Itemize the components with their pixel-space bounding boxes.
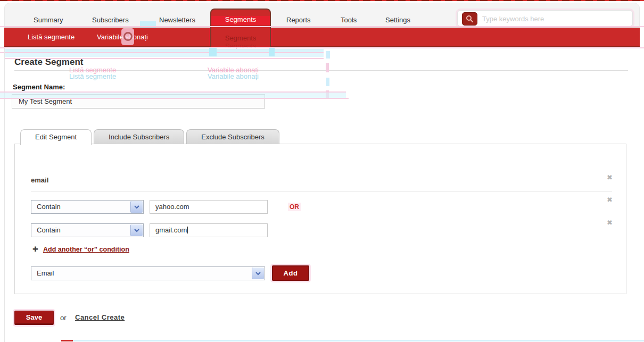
artifact-top-stripe	[0, 0, 644, 1]
condition-field-label: email	[31, 176, 48, 184]
artifact-pink-line	[0, 91, 346, 93]
subnav-item-lista-segmente[interactable]: Listă segmente	[28, 33, 75, 41]
ghost-text-subnav-2b: Variabile abonați	[208, 72, 259, 80]
operator-select-1[interactable]: Contain	[31, 200, 144, 214]
operator-select-1-value: Contain	[37, 201, 61, 213]
chevron-down-icon	[130, 201, 143, 213]
app-window: Summary Subscribers Newsletters Reports …	[0, 0, 644, 342]
artifact-cyan-dash	[326, 78, 329, 86]
divider	[14, 70, 628, 71]
ghost-text-subnav-1b: Listă segmente	[69, 72, 116, 80]
artifact-pink-line	[0, 52, 324, 53]
artifact-cyan-band	[5, 53, 324, 57]
sub-navbar: Listă segmente Variabile abonați	[4, 28, 640, 47]
tab-edit-segment[interactable]: Edit Segment	[20, 129, 92, 145]
nav-item-reports[interactable]: Reports	[286, 16, 311, 24]
ghost-text-segments-echo: Segments	[211, 34, 270, 42]
main-navbar: Summary Subscribers Newsletters Reports …	[4, 3, 640, 28]
page-title: Create Segment	[14, 57, 83, 68]
cancel-create-link[interactable]: Cancel Create	[75, 313, 125, 321]
artifact-pink-dash	[326, 63, 329, 72]
add-or-condition-link[interactable]: Add another “or” condition	[43, 246, 129, 253]
edit-segment-panel: email ✖ ✖ ✖ Contain yahoo.com OR Contain…	[14, 144, 626, 294]
nav-item-segments-label: Segments	[211, 15, 270, 23]
or-text: or	[60, 314, 67, 322]
search-button[interactable]	[462, 12, 477, 26]
nav-item-subscribers[interactable]: Subscribers	[92, 16, 129, 24]
search-icon	[466, 15, 474, 23]
tab-include-subscribers[interactable]: Include Subscribers	[94, 129, 184, 144]
segment-name-input[interactable]: My Test Segment	[12, 94, 265, 109]
ghost-text-segments-echo-2: Segments	[211, 42, 270, 50]
add-field-button[interactable]: Add	[272, 265, 309, 281]
artifact-cyan-stripe	[73, 340, 644, 341]
condition-value-2: gmail.com	[155, 226, 187, 234]
artifact-pink-line	[0, 47, 644, 48]
save-button[interactable]: Save	[14, 311, 54, 325]
operator-select-2[interactable]: Contain	[31, 223, 144, 237]
artifact-cyan-dash	[326, 51, 330, 59]
artifact-left-border	[4, 48, 5, 342]
search-input[interactable]	[481, 13, 627, 25]
artifact-pink-dash	[326, 90, 329, 98]
remove-condition-2-icon[interactable]: ✖	[607, 219, 613, 227]
plus-icon: ✚	[32, 245, 38, 253]
nav-item-summary[interactable]: Summary	[34, 16, 63, 24]
condition-value-1: yahoo.com	[155, 203, 189, 211]
remove-condition-1-icon[interactable]: ✖	[607, 196, 613, 204]
condition-value-input-1[interactable]: yahoo.com	[150, 200, 268, 214]
nav-tab-segments-active[interactable]: Segments Segments Segments	[210, 9, 271, 47]
chevron-down-icon	[130, 224, 143, 236]
text-caret	[187, 227, 188, 233]
artifact-red-segment	[61, 340, 73, 341]
field-select-value: Email	[37, 267, 54, 280]
search-box	[457, 10, 633, 27]
or-connector-label: OR	[288, 203, 301, 211]
tab-exclude-subscribers[interactable]: Exclude Subscribers	[186, 129, 279, 144]
subnav-item-variabile-abonati[interactable]: Variabile abonați	[97, 33, 148, 41]
segment-name-label: Segment Name:	[13, 83, 65, 91]
artifact-cyan-band	[5, 49, 324, 52]
remove-field-icon[interactable]: ✖	[607, 173, 613, 181]
field-select[interactable]: Email	[31, 266, 265, 280]
operator-select-2-value: Contain	[37, 224, 61, 237]
condition-value-input-2[interactable]: gmail.com	[150, 223, 268, 237]
segment-tabs: Edit Segment Include Subscribers Exclude…	[20, 129, 279, 145]
nav-item-settings[interactable]: Settings	[385, 16, 410, 24]
nav-item-tools[interactable]: Tools	[341, 16, 357, 24]
segment-name-value: My Test Segment	[19, 97, 72, 105]
chevron-down-icon	[252, 268, 264, 279]
nav-item-newsletters[interactable]: Newsletters	[159, 16, 195, 24]
divider	[31, 191, 612, 191]
